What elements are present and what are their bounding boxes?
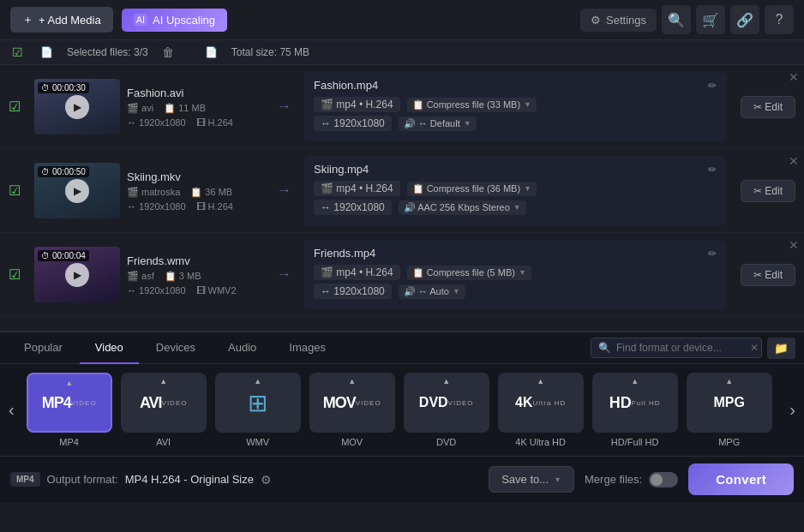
save-to-label: Save to... — [501, 473, 549, 486]
format-tab-devices[interactable]: Devices — [141, 332, 211, 364]
format-label-4k: 4K Ultra HD — [515, 437, 566, 447]
output-header-fashion: Fashion.mp4 ✏ — [314, 79, 717, 92]
expand-arrow-mp4: ▲ — [65, 379, 73, 387]
file-checkbox-fashion[interactable]: ☑ — [9, 99, 24, 115]
format-label-hd: HD/Full HD — [611, 437, 659, 447]
file-res-skiing: ↔ 1920x1080 — [127, 201, 186, 212]
file-duration-skiing: ⏱00:00:50 — [38, 166, 89, 177]
save-to-button[interactable]: Save to... ▼ — [489, 466, 574, 493]
format-label-dvd: DVD — [436, 437, 456, 447]
format-card-4k[interactable]: ▲ 4KUltra HD 4K Ultra HD — [498, 373, 584, 447]
format-tab-popular[interactable]: Popular — [9, 332, 78, 364]
format-icon-box-dvd: ▲ DVDVIDEO — [404, 373, 489, 433]
format-search: 🔍 ✕ 📁 — [591, 338, 795, 359]
select-all-checkbox[interactable]: ☑ — [12, 45, 23, 59]
format-grid: ▲ MP4VIDEO MP4 ▲ AVIVIDEO AVI ▲ ⊞ WMV ▲ … — [23, 373, 782, 447]
ai-upscaling-button[interactable]: AI AI Upscaling — [122, 9, 227, 32]
format-card-dvd[interactable]: ▲ DVDVIDEO DVD — [404, 373, 489, 447]
format-card-mp4[interactable]: ▲ MP4VIDEO MP4 — [27, 373, 112, 447]
play-button-fashion[interactable]: ▶ — [65, 95, 89, 119]
file-res-friends: ↔ 1920x1080 — [127, 285, 186, 296]
total-size-icon: 📄 — [205, 46, 218, 58]
format-nav-next[interactable]: › — [781, 376, 804, 445]
output-compress-dropdown-friends[interactable]: 📋 Compress file (5 MB) ▼ — [407, 266, 531, 280]
output-audio-dropdown-fashion[interactable]: 🔊 ↔ Default ▼ — [399, 117, 477, 131]
format-card-mpg[interactable]: ▲ MPG MPG — [687, 373, 772, 447]
close-button-skiing[interactable]: ✕ — [789, 154, 799, 168]
edit-button-friends[interactable]: ✂ Edit — [741, 264, 795, 286]
output-settings-button[interactable]: ⚙ — [261, 473, 272, 487]
format-card-wmv[interactable]: ▲ ⊞ WMV — [215, 373, 301, 447]
header-actions: ⚙ Settings 🔍 🛒 🔗 ? — [580, 5, 794, 34]
output-format-tag-fashion: 🎬 mp4 • H.264 — [314, 97, 400, 112]
output-res-tag-fashion: ↔ 1920x1080 — [314, 116, 392, 131]
share-button[interactable]: 🔗 — [730, 5, 759, 34]
help-button[interactable]: ? — [765, 5, 794, 34]
file-checkbox-friends[interactable]: ☑ — [9, 266, 24, 283]
expand-arrow-mpg: ▲ — [725, 377, 733, 386]
play-button-friends[interactable]: ▶ — [65, 263, 89, 287]
close-button-fashion[interactable]: ✕ — [789, 70, 799, 84]
edit-button-fashion[interactable]: ✂ Edit — [741, 96, 795, 118]
wmv-windows-icon: ⊞ — [248, 389, 267, 417]
convert-arrow-skiing: → — [276, 182, 291, 200]
format-tab-images[interactable]: Images — [273, 332, 341, 364]
file-format-fashion: 🎬 avi — [127, 103, 153, 114]
file-thumbnail-fashion[interactable]: ⏱00:00:30 ▶ — [34, 79, 120, 134]
file-output-fashion: Fashion.mp4 ✏ 🎬 mp4 • H.264 📋 Compress f… — [303, 72, 727, 141]
file-thumbnail-friends[interactable]: ⏱00:00:04 ▶ — [34, 247, 120, 302]
output-format-row-fashion: 🎬 mp4 • H.264 📋 Compress file (33 MB) ▼ — [314, 97, 717, 112]
format-label-avi: AVI — [156, 437, 171, 447]
output-folder-button[interactable]: 📁 — [767, 338, 795, 359]
output-format-info: MP4 Output format: MP4 H.264 - Original … — [10, 472, 478, 487]
format-icon-box-mp4: ▲ MP4VIDEO — [27, 373, 112, 433]
total-size-text: Total size: 75 MB — [231, 46, 309, 58]
file-codec-friends: 🎞 WMV2 — [196, 285, 237, 296]
file-checkbox-skiing[interactable]: ☑ — [9, 182, 24, 199]
delete-all-button[interactable]: 🗑 — [162, 45, 174, 59]
expand-arrow-mov: ▲ — [348, 377, 356, 386]
search-icon: 🔍 — [598, 342, 611, 354]
file-output-skiing: Skiing.mp4 ✏ 🎬 mp4 • H.264 📋 Compress fi… — [303, 156, 727, 225]
convert-arrow-fashion: → — [276, 98, 291, 116]
file-thumbnail-skiing[interactable]: ⏱00:00:50 ▶ — [34, 163, 120, 218]
output-audio-dropdown-skiing[interactable]: 🔊 AAC 256 Kbps Stereo ▼ — [399, 200, 526, 215]
file-item: ☑ ⏱00:00:50 ▶ Skiing.mkv 🎬 matroska 📋 36… — [0, 149, 804, 233]
add-media-button[interactable]: ＋ + Add Media — [10, 7, 113, 33]
output-audio-dropdown-friends[interactable]: 🔊 ↔ Auto ▼ — [399, 284, 465, 299]
format-card-avi[interactable]: ▲ AVIVIDEO AVI — [121, 373, 207, 447]
format-icon-box-mov: ▲ MOVVIDEO — [309, 373, 395, 433]
close-button-friends[interactable]: ✕ — [789, 238, 799, 252]
format-card-mov[interactable]: ▲ MOVVIDEO MOV — [309, 373, 395, 447]
merge-toggle[interactable] — [649, 472, 678, 487]
toggle-knob — [651, 474, 663, 486]
cart-button[interactable]: 🛒 — [696, 5, 725, 34]
convert-button[interactable]: Convert — [688, 463, 794, 495]
output-compress-dropdown-fashion[interactable]: 📋 Compress file (33 MB) ▼ — [407, 98, 537, 112]
selected-files-text: Selected files: 3/3 — [67, 46, 148, 58]
format-search-input[interactable] — [616, 342, 745, 354]
output-compress-dropdown-skiing[interactable]: 📋 Compress file (36 MB) ▼ — [407, 182, 537, 196]
format-card-hd[interactable]: ▲ HDFull HD HD/Full HD — [592, 373, 678, 447]
output-edit-icon-fashion[interactable]: ✏ — [708, 80, 717, 92]
format-search-box: 🔍 ✕ — [591, 338, 762, 358]
clear-search-icon[interactable]: ✕ — [750, 342, 759, 354]
expand-arrow-dvd: ▲ — [442, 377, 450, 386]
output-format-row-friends: 🎬 mp4 • H.264 📋 Compress file (5 MB) ▼ — [314, 265, 717, 280]
file-codec-fashion: 🎞 H.264 — [196, 117, 233, 128]
format-tabs: PopularVideoDevicesAudioImages 🔍 ✕ 📁 — [0, 332, 804, 364]
settings-button[interactable]: ⚙ Settings — [580, 9, 657, 32]
output-edit-icon-friends[interactable]: ✏ — [708, 248, 717, 260]
settings-label: Settings — [606, 14, 646, 27]
output-format-tag-friends: 🎬 mp4 • H.264 — [314, 265, 400, 280]
header: ＋ + Add Media AI AI Upscaling ⚙ Settings… — [0, 0, 804, 40]
format-tab-audio[interactable]: Audio — [213, 332, 272, 364]
edit-button-skiing[interactable]: ✂ Edit — [741, 180, 795, 202]
output-edit-icon-skiing[interactable]: ✏ — [708, 164, 717, 176]
file-meta-fashion: Fashion.avi 🎬 avi 📋 11 MB ↔ 1920x1080 🎞 … — [127, 87, 264, 128]
search-button[interactable]: 🔍 — [662, 5, 691, 34]
file-list: ☑ ⏱00:00:30 ▶ Fashion.avi 🎬 avi 📋 11 MB … — [0, 65, 804, 331]
format-tab-video[interactable]: Video — [80, 332, 139, 364]
format-nav-prev[interactable]: ‹ — [0, 376, 23, 445]
play-button-skiing[interactable]: ▶ — [65, 179, 89, 203]
